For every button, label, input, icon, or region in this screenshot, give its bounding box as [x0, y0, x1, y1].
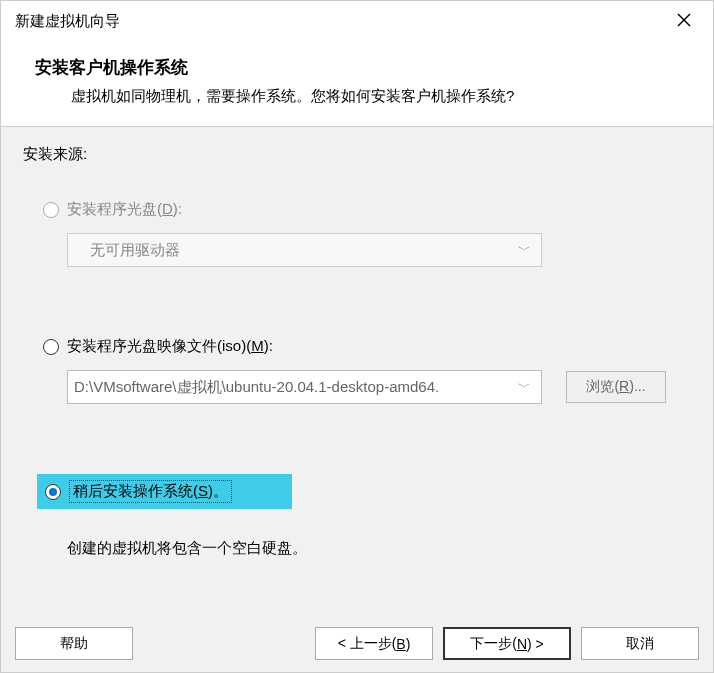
radio-option-iso[interactable]: 安装程序光盘映像文件(iso)(M): [43, 337, 691, 356]
radio-icon [43, 202, 59, 218]
close-button[interactable] [669, 9, 699, 34]
header-title: 安装客户机操作系统 [35, 56, 679, 79]
titlebar: 新建虚拟机向导 [1, 1, 713, 38]
radio-icon [43, 339, 59, 355]
radio-option-disc[interactable]: 安装程序光盘(D): [43, 200, 691, 219]
radio-option-later[interactable]: 稍后安装操作系统(S)。 [23, 474, 292, 509]
install-source-label: 安装来源: [23, 145, 691, 164]
later-hint: 创建的虚拟机将包含一个空白硬盘。 [67, 539, 691, 558]
cancel-button[interactable]: 取消 [581, 627, 699, 660]
help-button[interactable]: 帮助 [15, 627, 133, 660]
content-area: 安装来源: 安装程序光盘(D): 无可用驱动器 ﹀ 安装程序光盘映像文件(iso… [1, 127, 713, 615]
highlight-selected: 稍后安装操作系统(S)。 [37, 474, 292, 509]
iso-path-dropdown[interactable]: D:\VMsoftware\虚拟机\ubuntu-20.04.1-desktop… [67, 370, 542, 404]
header-section: 安装客户机操作系统 虚拟机如同物理机，需要操作系统。您将如何安装客户机操作系统? [1, 38, 713, 126]
next-button[interactable]: 下一步(N) > [443, 627, 571, 660]
header-desc: 虚拟机如同物理机，需要操作系统。您将如何安装客户机操作系统? [35, 87, 679, 106]
dropdown-value: 无可用驱动器 [90, 241, 180, 260]
radio-label-disc: 安装程序光盘(D): [67, 200, 182, 219]
prev-button[interactable]: < 上一步(B) [315, 627, 433, 660]
chevron-down-icon: ﹀ [518, 241, 531, 259]
browse-button[interactable]: 浏览(R)... [566, 371, 666, 403]
wizard-dialog: 新建虚拟机向导 安装客户机操作系统 虚拟机如同物理机，需要操作系统。您将如何安装… [0, 0, 714, 673]
radio-label-later: 稍后安装操作系统(S)。 [69, 480, 232, 503]
iso-path-value: D:\VMsoftware\虚拟机\ubuntu-20.04.1-desktop… [74, 378, 439, 397]
iso-row: D:\VMsoftware\虚拟机\ubuntu-20.04.1-desktop… [67, 370, 691, 404]
chevron-down-icon: ﹀ [518, 378, 531, 396]
footer: 帮助 < 上一步(B) 下一步(N) > 取消 [1, 615, 713, 672]
radio-label-iso: 安装程序光盘映像文件(iso)(M): [67, 337, 273, 356]
close-icon [677, 13, 691, 27]
disc-dropdown[interactable]: 无可用驱动器 ﹀ [67, 233, 542, 267]
dialog-title: 新建虚拟机向导 [15, 12, 120, 31]
radio-icon-selected [45, 484, 61, 500]
